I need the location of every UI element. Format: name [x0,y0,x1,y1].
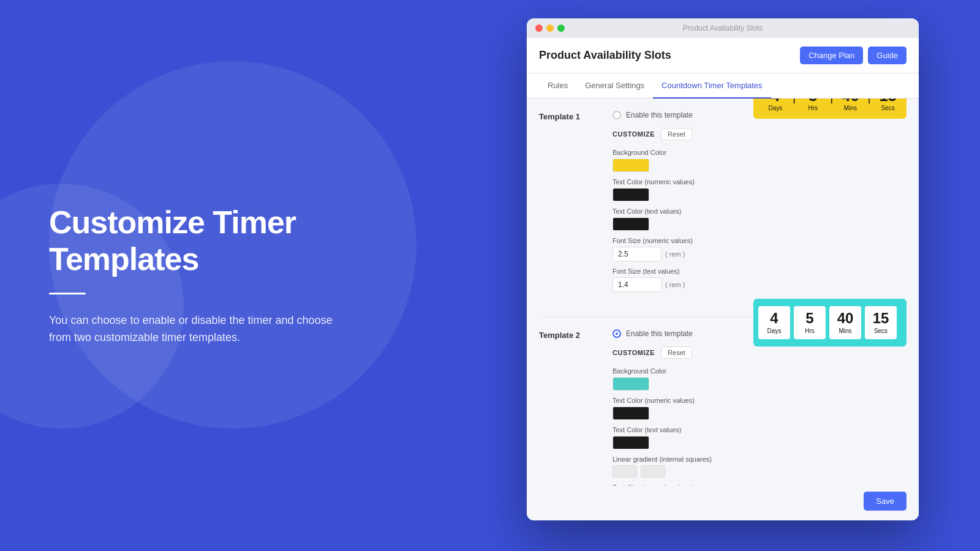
template1-font-size-numeric-row: Font Size (numeric values) ( rem ) [612,237,735,261]
template1-mins-label: Mins [844,105,857,111]
template1-sep-1: | [793,99,796,104]
template1-enable-row: Enable this template [612,111,735,119]
template1-font-size-text-input[interactable] [612,277,662,292]
template1-bg-color-row: Background Color [612,149,735,172]
template2-timer-secs: 15 Secs [865,306,897,339]
template1-text-color-text-label: Text Color (text values) [612,208,735,215]
template2-gradient-swatch-2[interactable] [641,465,665,478]
template1-with-preview: Enable this template CUSTOMIZE Reset Bac… [612,111,907,298]
template1-timer-preview: 4 Days | 5 Hrs | 40 Mins [753,99,907,119]
template2-timer-hrs: 5 Hrs [794,306,826,339]
template2-bg-color-row: Background Color [612,367,735,391]
save-button[interactable]: Save [864,492,907,511]
title-bar: Product Availability Slots [527,18,919,38]
template1-reset-button[interactable]: Reset [661,128,692,140]
template1-font-size-numeric-label: Font Size (numeric values) [612,237,735,244]
template1-preview-col: 4 Days | 5 Hrs | 40 Mins [741,111,907,298]
guide-button[interactable]: Guide [868,47,907,64]
header-buttons: Change Plan Guide [800,47,907,64]
template1-font-size-numeric-unit: ( rem ) [665,250,685,258]
template1-font-size-numeric-input-row: ( rem ) [612,247,735,261]
template2-section: Template 2 Enable this template CUSTOMIZ… [539,329,907,485]
template1-label: Template 1 [539,111,600,298]
template1-customize-row: CUSTOMIZE Reset [612,128,735,140]
template1-section: Template 1 Enable this template CUSTOMIZ… [539,111,907,298]
template2-text-color-text-swatch[interactable] [612,436,649,449]
template1-customize-label: CUSTOMIZE [612,130,655,138]
template1-font-size-text-label: Font Size (text values) [612,268,735,275]
template2-secs-label: Secs [874,328,888,334]
tabs-nav: Rules General Settings Countdown Timer T… [527,73,919,99]
template1-sep-3: | [867,99,870,104]
template2-timer-mins: 40 Mins [829,306,861,339]
template2-text-color-text-row: Text Color (text values) [612,426,735,449]
template2-hrs-label: Hrs [805,328,815,334]
template1-font-size-numeric-input[interactable] [612,247,662,261]
template1-sep-2: | [830,99,833,104]
template2-customize-label: CUSTOMIZE [612,349,655,356]
app-window: Product Availability Slots Product Avail… [527,18,919,520]
traffic-light-green[interactable] [557,24,565,32]
template1-text-color-numeric-row: Text Color (numeric values) [612,178,735,201]
template2-enable-label: Enable this template [626,329,693,338]
change-plan-button[interactable]: Change Plan [800,47,863,64]
tab-countdown-timer-templates[interactable]: Countdown Timer Templates [653,73,771,99]
template2-enable-radio[interactable] [612,329,621,338]
template2-with-preview: Enable this template CUSTOMIZE Reset Bac… [612,329,907,485]
template2-gradient-swatches [612,465,735,478]
template2-timer-days: 4 Days [758,306,790,339]
traffic-light-red[interactable] [535,24,543,32]
template2-controls: Enable this template CUSTOMIZE Reset Bac… [612,329,907,485]
template2-text-color-numeric-swatch[interactable] [612,407,649,420]
template1-timer-secs: 15 Secs [876,99,900,111]
template1-enable-radio[interactable] [612,111,621,119]
template1-hrs-label: Hrs [808,105,818,111]
template1-text-color-text-swatch[interactable] [612,217,649,231]
app-header-title: Product Availability Slots [539,49,671,62]
template2-timer-preview: 4 Days 5 Hrs 40 Mins [753,299,907,347]
template2-mins-num: 40 [837,311,854,326]
left-description: You can choose to enable or disable the … [49,312,343,347]
title-bar-text: Product Availability Slots [683,24,763,32]
template2-bg-color-label: Background Color [612,367,735,375]
tab-general-settings[interactable]: General Settings [576,73,653,99]
template1-secs-num: 15 [879,99,897,103]
template1-text-color-numeric-swatch[interactable] [612,188,649,201]
template1-bg-color-swatch[interactable] [612,159,649,172]
template1-days-num: 4 [771,99,780,103]
template2-secs-num: 15 [873,311,889,326]
template1-controls-col: Enable this template CUSTOMIZE Reset Bac… [612,111,735,298]
left-divider [49,293,86,294]
template2-gradient-label: Linear gradient (internal squares) [612,455,735,463]
template2-hrs-num: 5 [805,311,813,326]
template1-secs-label: Secs [881,105,894,111]
template1-timer-hrs: 5 Hrs [801,99,825,111]
template2-reset-button[interactable]: Reset [661,347,692,359]
template2-text-color-text-label: Text Color (text values) [612,426,735,433]
template1-enable-label: Enable this template [626,111,693,119]
template1-days-label: Days [769,105,783,111]
template1-timer-mins: 40 Mins [838,99,862,111]
template1-bg-color-label: Background Color [612,149,735,156]
template1-timer-days: 4 Days [763,99,788,111]
traffic-light-yellow[interactable] [546,24,554,32]
app-content[interactable]: Template 1 Enable this template CUSTOMIZ… [527,99,919,485]
app-header: Product Availability Slots Change Plan G… [527,38,919,73]
template2-gradient-row: Linear gradient (internal squares) [612,455,735,478]
template2-label: Template 2 [539,329,600,485]
template1-font-size-text-input-row: ( rem ) [612,277,735,292]
template2-customize-row: CUSTOMIZE Reset [612,347,735,359]
template2-text-color-numeric-row: Text Color (numeric values) [612,397,735,420]
tab-rules[interactable]: Rules [539,73,576,99]
template1-mins-num: 40 [842,99,859,103]
template1-font-size-text-row: Font Size (text values) ( rem ) [612,268,735,292]
template1-font-size-text-unit: ( rem ) [665,281,685,288]
template2-days-label: Days [767,328,782,334]
left-panel: Customize Timer Templates You can choose… [24,180,368,371]
template1-text-color-text-row: Text Color (text values) [612,208,735,231]
template2-preview-col: 4 Days 5 Hrs 40 Mins [741,329,907,485]
template2-bg-color-swatch[interactable] [612,377,649,391]
template2-gradient-swatch-1[interactable] [612,465,637,478]
template2-enable-row: Enable this template [612,329,735,338]
left-title: Customize Timer Templates [49,204,343,278]
